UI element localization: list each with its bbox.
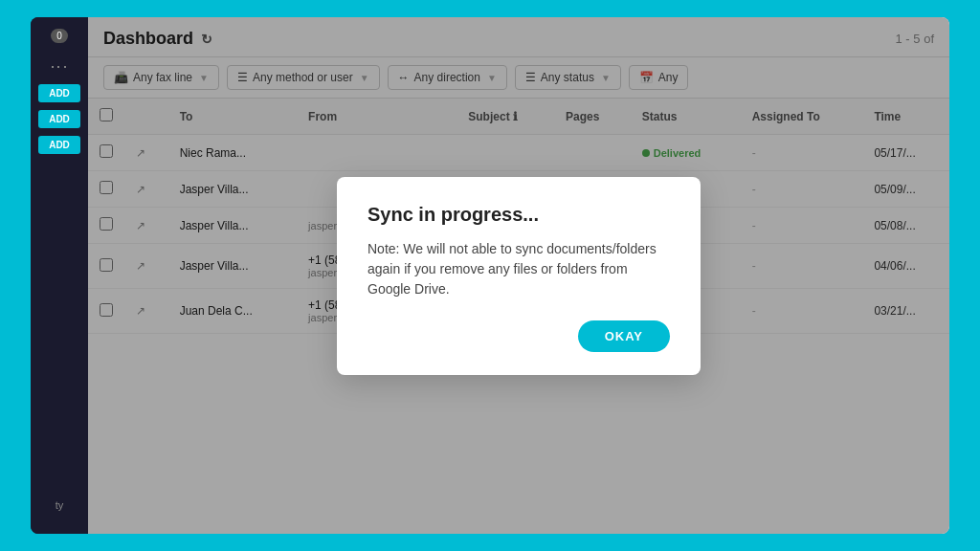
main-content: Dashboard ↻ 1 - 5 of 📠 Any fax line ▼ ☰ … xyxy=(88,17,949,534)
sync-modal: Sync in progress... Note: We will not ab… xyxy=(337,177,701,375)
modal-footer: OKAY xyxy=(368,320,670,352)
modal-overlay: Sync in progress... Note: We will not ab… xyxy=(88,17,949,534)
modal-body: Note: We will not able to sync documents… xyxy=(368,239,670,299)
sidebar-dots: ⋮ xyxy=(49,58,70,77)
modal-title: Sync in progress... xyxy=(368,204,670,226)
sidebar-add-btn-3[interactable]: ADD xyxy=(38,136,80,154)
sidebar-add-btn-2[interactable]: ADD xyxy=(38,110,80,128)
sidebar: 0 ⋮ ADD ADD ADD ty xyxy=(31,17,88,534)
okay-button[interactable]: OKAY xyxy=(578,320,670,352)
sidebar-badge: 0 xyxy=(51,29,68,43)
sidebar-bottom-label: ty xyxy=(56,499,64,511)
sidebar-add-btn-1[interactable]: ADD xyxy=(38,84,80,102)
